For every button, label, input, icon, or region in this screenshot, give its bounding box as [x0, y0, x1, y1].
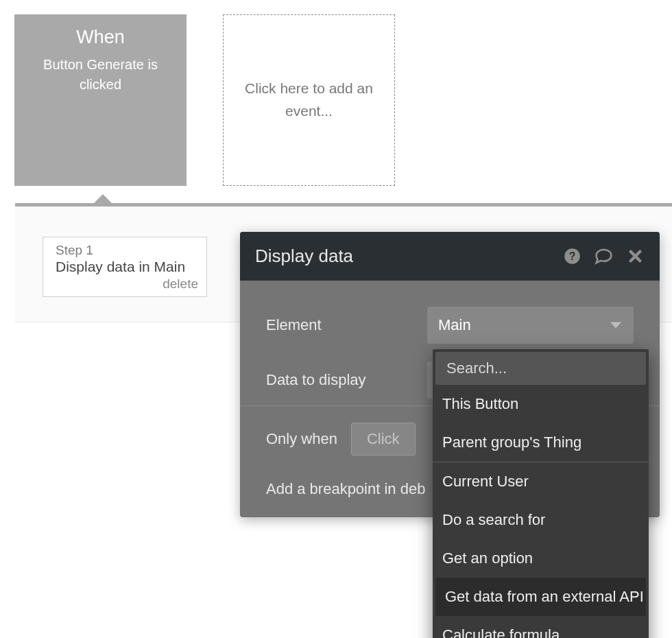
event-pointer — [93, 194, 112, 204]
data-source-dropdown: Search... This ButtonParent group's Thin… — [433, 349, 649, 638]
add-event-label: Click here to add an event... — [244, 78, 374, 122]
element-select[interactable]: Main — [427, 307, 634, 344]
dropdown-item[interactable]: Get data from an external API — [435, 578, 646, 616]
step-title: Display data in Main — [56, 259, 198, 275]
step-card[interactable]: Step 1 Display data in Main delete — [43, 237, 207, 297]
comment-icon[interactable] — [592, 246, 615, 266]
only-when-expression[interactable]: Click — [351, 423, 416, 456]
editor-title: Display data — [255, 246, 563, 267]
step-delete-link[interactable]: delete — [56, 276, 198, 292]
svg-text:?: ? — [569, 250, 576, 262]
event-card-subtitle: Button Generate is clicked — [14, 55, 187, 95]
dropdown-item[interactable]: Current User — [433, 462, 649, 501]
dropdown-list: This ButtonParent group's ThingCurrent U… — [433, 385, 649, 638]
element-row: Element Main — [266, 307, 634, 344]
add-event-card[interactable]: Click here to add an event... — [223, 14, 395, 186]
data-to-display-label: Data to display — [266, 371, 427, 389]
only-when-click-label: Click — [367, 430, 400, 448]
dropdown-item[interactable]: Parent group's Thing — [433, 423, 649, 462]
element-label: Element — [266, 316, 427, 334]
editor-header: Display data ? — [240, 232, 660, 281]
event-card-when[interactable]: When Button Generate is clicked — [14, 14, 187, 186]
editor-header-icons: ? — [563, 246, 645, 266]
close-icon[interactable] — [626, 247, 645, 265]
only-when-label: Only when — [266, 430, 337, 448]
dropdown-item[interactable]: This Button — [433, 385, 649, 423]
step-index: Step 1 — [56, 243, 198, 258]
event-card-title: When — [76, 27, 125, 48]
dropdown-search-input[interactable]: Search... — [435, 352, 646, 385]
events-row: When Button Generate is clicked Click he… — [14, 14, 395, 186]
dropdown-item[interactable]: Do a search for — [433, 501, 649, 539]
element-value: Main — [438, 316, 471, 334]
dropdown-item[interactable]: Calculate formula — [433, 616, 649, 638]
dropdown-item[interactable]: Get an option — [433, 539, 649, 578]
help-icon[interactable]: ? — [563, 247, 581, 265]
